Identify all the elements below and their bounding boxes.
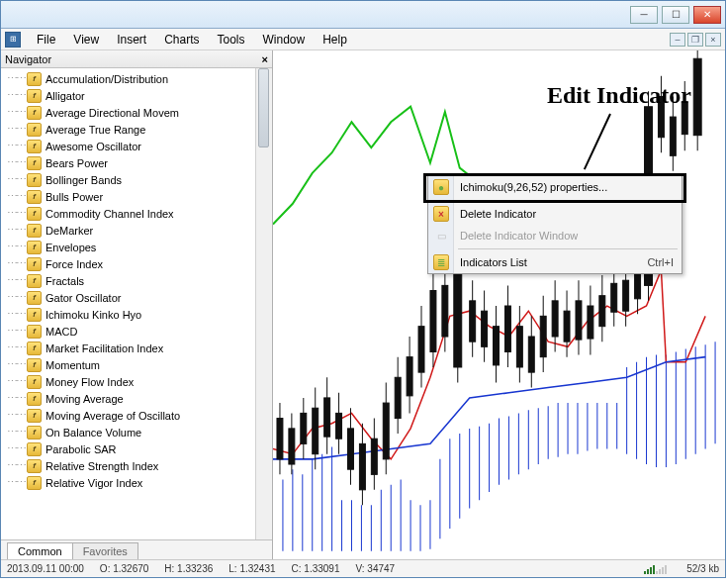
tree-branch-icon: ⋯⋯ <box>7 342 25 354</box>
indicator-icon <box>27 358 42 372</box>
tree-label: Bears Power <box>46 157 108 169</box>
tree-item[interactable]: ⋯⋯Moving Average of Oscillato <box>7 407 255 424</box>
tree-label: MACD <box>46 326 77 338</box>
tree-label: Ichimoku Kinko Hyo <box>46 309 141 321</box>
tree-branch-icon: ⋯⋯ <box>7 476 25 489</box>
indicator-icon <box>27 190 42 204</box>
tree-item[interactable]: ⋯⋯Average True Range <box>7 121 255 138</box>
tree-branch-icon: ⋯⋯ <box>7 173 25 186</box>
tree-item[interactable]: ⋯⋯Money Flow Index <box>7 373 255 390</box>
tree-branch-icon: ⋯⋯ <box>7 358 25 371</box>
tab-common[interactable]: Common <box>7 542 73 559</box>
status-volume: V: 34747 <box>355 563 395 574</box>
tree-item[interactable]: ⋯⋯Envelopes <box>7 239 255 255</box>
indicator-icon <box>27 476 42 490</box>
chart-area[interactable]: Edit Indicator ● Ichimoku(9,26,52) prope… <box>273 50 725 559</box>
tree-item[interactable]: ⋯⋯Average Directional Movem <box>7 104 255 121</box>
tree-branch-icon: ⋯⋯ <box>7 156 25 169</box>
tree-label: DeMarker <box>46 225 93 237</box>
tree-item[interactable]: ⋯⋯Momentum <box>7 356 255 373</box>
tree-label: Awesome Oscillator <box>46 141 141 152</box>
tree-branch-icon: ⋯⋯ <box>7 140 25 152</box>
tree-label: Accumulation/Distribution <box>46 73 168 85</box>
tree-item[interactable]: ⋯⋯Market Facilitation Index <box>7 340 255 356</box>
menu-help[interactable]: Help <box>315 31 355 49</box>
ctx-properties[interactable]: ● Ichimoku(9,26,52) properties... <box>428 176 682 198</box>
status-net: 52/3 kb <box>686 563 719 574</box>
tree-item[interactable]: ⋯⋯Moving Average <box>7 390 255 407</box>
indicator-icon <box>27 342 42 355</box>
navigator-scrollbar[interactable] <box>255 68 272 539</box>
tree-item[interactable]: ⋯⋯Force Index <box>7 255 255 272</box>
tree-item[interactable]: ⋯⋯Accumulation/Distribution <box>7 70 255 87</box>
network-icon <box>644 564 667 574</box>
tree-label: Money Flow Index <box>46 376 134 388</box>
tree-item[interactable]: ⋯⋯Fractals <box>7 272 255 289</box>
tree-branch-icon: ⋯⋯ <box>7 72 25 85</box>
indicator-icon <box>27 89 42 103</box>
tree-item[interactable]: ⋯⋯Alligator <box>7 87 255 104</box>
indicator-icon <box>27 426 42 440</box>
tree-branch-icon: ⋯⋯ <box>7 409 25 422</box>
window-maximize-button[interactable] <box>662 6 689 24</box>
statusbar: 2013.09.11 00:00 O: 1.32670 H: 1.33236 L… <box>1 559 725 577</box>
navigator-tree[interactable]: ⋯⋯Accumulation/Distribution⋯⋯Alligator⋯⋯… <box>1 68 255 539</box>
tab-favorites[interactable]: Favorites <box>72 542 138 559</box>
tree-label: Alligator <box>46 90 85 102</box>
tree-branch-icon: ⋯⋯ <box>7 291 25 304</box>
navigator-close-button[interactable]: × <box>262 53 268 65</box>
indicator-icon <box>27 207 42 221</box>
window-close-button[interactable] <box>693 6 721 24</box>
mdi-minimize-button[interactable]: – <box>670 33 685 47</box>
tree-item[interactable]: ⋯⋯Bollinger Bands <box>7 171 255 188</box>
menu-view[interactable]: View <box>65 31 107 49</box>
navigator-header: Navigator × <box>1 50 272 68</box>
tree-branch-icon: ⋯⋯ <box>7 392 25 405</box>
ctx-delete-indicator[interactable]: × Delete Indicator <box>428 203 682 225</box>
tree-item[interactable]: ⋯⋯DeMarker <box>7 222 255 239</box>
tree-branch-icon: ⋯⋯ <box>7 459 25 472</box>
tree-branch-icon: ⋯⋯ <box>7 89 25 102</box>
menu-tools[interactable]: Tools <box>210 31 253 49</box>
tree-item[interactable]: ⋯⋯Ichimoku Kinko Hyo <box>7 306 255 323</box>
tree-branch-icon: ⋯⋯ <box>7 274 25 287</box>
tree-item[interactable]: ⋯⋯Bears Power <box>7 154 255 171</box>
indicator-icon <box>27 257 42 271</box>
status-low: L: 1.32431 <box>228 563 275 574</box>
tree-label: Commodity Channel Index <box>46 208 174 220</box>
delete-window-icon: ▭ <box>433 228 449 244</box>
list-icon: ≣ <box>433 254 449 270</box>
window-minimize-button[interactable] <box>630 6 658 24</box>
tree-item[interactable]: ⋯⋯Commodity Channel Index <box>7 205 255 222</box>
tree-item[interactable]: ⋯⋯Relative Vigor Index <box>7 474 255 491</box>
mdi-restore-button[interactable]: ❐ <box>687 33 703 47</box>
context-menu: ● Ichimoku(9,26,52) properties... × Dele… <box>427 175 682 274</box>
ctx-indicators-list[interactable]: ≣ Indicators List Ctrl+I <box>428 251 682 273</box>
tree-label: Bulls Power <box>46 191 103 203</box>
tree-label: Force Index <box>46 258 103 270</box>
properties-icon: ● <box>433 179 449 195</box>
tree-item[interactable]: ⋯⋯Gator Oscillator <box>7 289 255 306</box>
tree-branch-icon: ⋯⋯ <box>7 207 25 220</box>
indicator-icon <box>27 106 42 120</box>
tree-label: Market Facilitation Index <box>46 342 163 354</box>
indicator-icon <box>27 173 42 187</box>
menu-file[interactable]: File <box>29 31 63 49</box>
tree-label: Average Directional Movem <box>46 107 179 119</box>
indicator-icon <box>27 392 42 406</box>
tree-item[interactable]: ⋯⋯Relative Strength Index <box>7 457 255 474</box>
scrollbar-thumb[interactable] <box>258 68 269 147</box>
indicator-icon <box>27 224 42 238</box>
menu-charts[interactable]: Charts <box>156 31 207 49</box>
menu-insert[interactable]: Insert <box>109 31 154 49</box>
tree-item[interactable]: ⋯⋯MACD <box>7 323 255 340</box>
mdi-close-button[interactable]: × <box>705 33 721 47</box>
menu-window[interactable]: Window <box>255 31 314 49</box>
tree-item[interactable]: ⋯⋯Bulls Power <box>7 188 255 205</box>
indicator-icon <box>27 291 42 305</box>
tree-item[interactable]: ⋯⋯Parabolic SAR <box>7 440 255 457</box>
tree-item[interactable]: ⋯⋯On Balance Volume <box>7 424 255 440</box>
tree-item[interactable]: ⋯⋯Awesome Oscillator <box>7 138 255 154</box>
navigator-panel: Navigator × ⋯⋯Accumulation/Distribution⋯… <box>1 50 273 559</box>
tree-branch-icon: ⋯⋯ <box>7 325 25 338</box>
